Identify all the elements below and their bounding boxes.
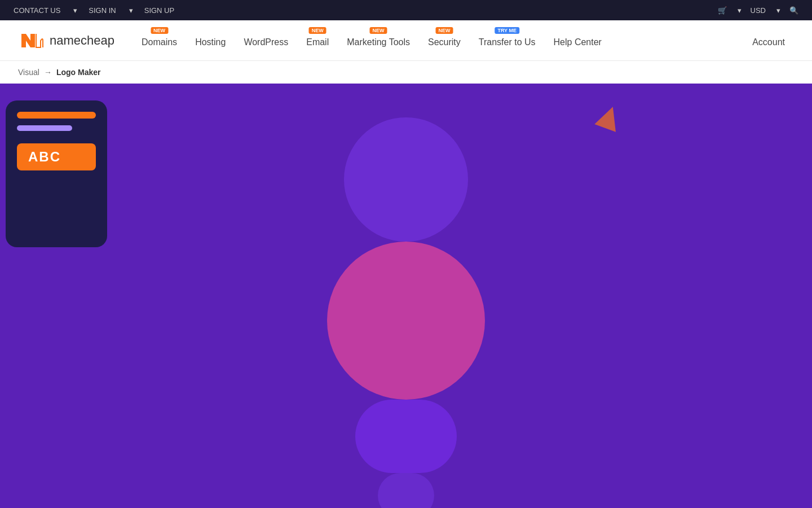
currency-dropdown-arrow: ▾ bbox=[776, 6, 780, 15]
nav-hosting[interactable]: Hosting bbox=[186, 20, 235, 61]
bg-decoration-4 bbox=[378, 473, 434, 508]
nav-help-center-label: Help Center bbox=[554, 37, 602, 47]
nav-wordpress-label: WordPress bbox=[244, 37, 288, 47]
currency-selector[interactable]: USD bbox=[751, 6, 766, 15]
nav-help-center[interactable]: Help Center bbox=[545, 20, 611, 61]
logo-link[interactable]: namecheap bbox=[18, 27, 114, 54]
navbar: namecheap NEW Domains Hosting WordPress … bbox=[0, 20, 812, 61]
topbar-dropdown-arrow-contact: ▾ bbox=[73, 6, 77, 15]
phone-body: ABC bbox=[6, 100, 107, 247]
search-icon[interactable]: 🔍 bbox=[789, 6, 798, 15]
email-new-badge: NEW bbox=[309, 27, 326, 34]
transfer-tryme-badge: TRY ME bbox=[495, 27, 519, 34]
marketing-new-badge: NEW bbox=[370, 27, 387, 34]
triangle-decoration bbox=[594, 103, 623, 132]
breadcrumb-current: Logo Maker bbox=[56, 68, 101, 77]
nav-items: NEW Domains Hosting WordPress NEW Email … bbox=[133, 20, 794, 61]
contact-us-link[interactable]: CONTACT US bbox=[14, 6, 60, 15]
nav-hosting-label: Hosting bbox=[195, 37, 226, 47]
phone-bar-1 bbox=[17, 112, 96, 119]
sign-in-link[interactable]: SIGN IN bbox=[89, 6, 116, 15]
nav-transfer-label: Transfer to Us bbox=[479, 37, 536, 47]
topbar-right: 🛒 ▾ USD ▾ 🔍 bbox=[718, 6, 798, 15]
nav-domains[interactable]: NEW Domains bbox=[133, 20, 186, 61]
logo-text: namecheap bbox=[50, 33, 114, 48]
cart-dropdown-arrow: ▾ bbox=[738, 6, 742, 15]
nav-transfer[interactable]: TRY ME Transfer to Us bbox=[470, 20, 545, 61]
topbar-left: CONTACT US ▾ SIGN IN ▾ SIGN UP bbox=[14, 6, 174, 15]
sign-up-link[interactable]: SIGN UP bbox=[144, 6, 174, 15]
phone-mockup: ABC bbox=[0, 95, 124, 264]
nav-marketing-tools-label: Marketing Tools bbox=[347, 37, 410, 47]
nav-email-label: Email bbox=[306, 37, 329, 47]
bg-decoration-3 bbox=[355, 400, 457, 473]
nav-account-label: Account bbox=[752, 37, 785, 47]
security-new-badge: NEW bbox=[435, 27, 453, 34]
cart-icon[interactable]: 🛒 bbox=[718, 6, 727, 15]
hero-section: ABC EF logomaker bbox=[0, 84, 812, 508]
breadcrumb-parent[interactable]: Visual bbox=[18, 68, 39, 77]
namecheap-logo-svg bbox=[18, 27, 45, 54]
topbar-dropdown-arrow-signin: ▾ bbox=[129, 6, 133, 15]
breadcrumb-separator: → bbox=[44, 68, 52, 77]
nav-domains-label: Domains bbox=[142, 37, 177, 47]
phone-bar-2 bbox=[17, 125, 72, 131]
nav-marketing-tools[interactable]: NEW Marketing Tools bbox=[338, 20, 419, 61]
nav-account[interactable]: Account bbox=[743, 20, 794, 61]
phone-abc-text: ABC bbox=[17, 143, 96, 170]
top-bar: CONTACT US ▾ SIGN IN ▾ SIGN UP 🛒 ▾ USD ▾… bbox=[0, 0, 812, 20]
nav-security[interactable]: NEW Security bbox=[419, 20, 470, 61]
nav-security-label: Security bbox=[428, 37, 461, 47]
breadcrumb: Visual → Logo Maker bbox=[0, 61, 812, 84]
bg-decoration-2 bbox=[327, 242, 485, 400]
nav-email[interactable]: NEW Email bbox=[297, 20, 338, 61]
bg-decoration-1 bbox=[344, 117, 468, 242]
nav-wordpress[interactable]: WordPress bbox=[235, 20, 297, 61]
domains-new-badge: NEW bbox=[151, 27, 168, 34]
